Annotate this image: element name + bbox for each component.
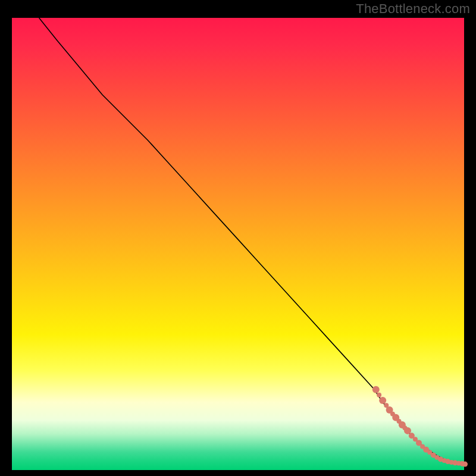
- data-dot: [379, 397, 386, 404]
- bottleneck-curve: [39, 18, 464, 465]
- data-dot: [462, 462, 468, 467]
- watermark-text: TheBottleneck.com: [356, 1, 470, 17]
- data-dots-group: [372, 386, 468, 467]
- data-dot: [377, 393, 381, 397]
- chart-svg: [12, 18, 464, 470]
- data-dot: [372, 386, 380, 393]
- chart-plot-area: [12, 18, 464, 470]
